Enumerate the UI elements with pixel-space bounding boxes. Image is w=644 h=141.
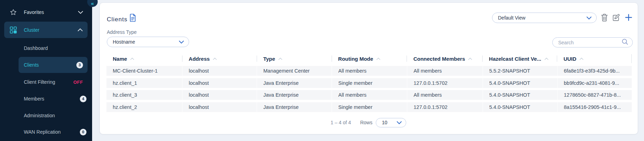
cell-routing-mode: Single member xyxy=(332,102,407,112)
collapse-icon: « xyxy=(91,1,94,6)
sort-chevron-icon xyxy=(130,58,134,60)
column-header-uuid[interactable]: UUID xyxy=(557,55,631,62)
rows-per-page-dropdown[interactable]: 10 xyxy=(376,118,406,127)
sort-chevron-icon xyxy=(545,58,548,60)
table-row[interactable]: hz.client_3 localhost Java Enterprise Al… xyxy=(106,90,632,100)
sidebar-item-clients[interactable]: Clients 3 xyxy=(19,57,88,73)
client-filtering-status: OFF xyxy=(74,80,83,85)
cell-version: 5.4.0-SNAPSHOT xyxy=(483,102,557,112)
sort-chevron-icon xyxy=(376,58,380,60)
search-box xyxy=(552,37,633,47)
cell-connected-members: All members xyxy=(407,90,483,100)
add-view-icon[interactable] xyxy=(624,13,633,22)
clients-label: Clients xyxy=(24,62,39,68)
cell-name: hz.client_1 xyxy=(106,78,182,88)
column-header-hazelcast-client-version[interactable]: Hazelcast Client Ve... xyxy=(482,55,557,62)
administration-label: Administration xyxy=(24,113,55,118)
sort-chevron-icon xyxy=(580,58,583,60)
cell-type: Java Enterprise xyxy=(257,90,332,100)
cell-routing-mode: Single member xyxy=(332,78,407,88)
address-type-label: Address Type xyxy=(107,29,137,35)
cell-address: localhost xyxy=(182,102,257,112)
cell-connected-members: All members xyxy=(407,66,483,76)
cell-version: 5.4.0-SNAPSHOT xyxy=(483,90,557,100)
address-type-dropdown[interactable]: Hostname xyxy=(107,37,189,47)
sidebar-item-client-filtering[interactable]: Client Filtering OFF xyxy=(0,74,92,90)
cell-address: localhost xyxy=(182,78,257,88)
cluster-grid-icon xyxy=(10,27,17,34)
cell-name: hz.client_2 xyxy=(106,102,182,112)
sidebar: « Favorites Cluster xyxy=(0,0,92,141)
sidebar-item-wan-replication[interactable]: WAN Replication 0 xyxy=(0,124,92,140)
dashboard-label: Dashboard xyxy=(24,45,48,51)
cell-name: hz.client_3 xyxy=(106,90,182,100)
clients-count-badge: 3 xyxy=(76,62,83,68)
sort-chevron-icon xyxy=(468,58,472,60)
cluster-label: Cluster xyxy=(24,27,39,33)
cell-uuid: 8a155416-2905-41c1-9... xyxy=(557,102,632,112)
wan-replication-label: WAN Replication xyxy=(24,129,61,135)
column-header-name[interactable]: Name xyxy=(106,55,182,62)
table-header-row: Name Address Type Routing Mode Connected… xyxy=(106,54,632,63)
table-row[interactable]: hz.client_2 localhost Java Enterprise Si… xyxy=(106,102,632,112)
sidebar-item-administration[interactable]: Administration xyxy=(0,108,92,123)
wan-count-badge: 0 xyxy=(80,129,86,135)
cell-uuid: bb9fcd9c-a231-4081-9... xyxy=(557,78,632,88)
table-row[interactable]: hz.client_1 localhost Java Enterprise Si… xyxy=(106,78,632,88)
app-screen: « Favorites Cluster xyxy=(0,0,644,141)
cell-connected-members: 127.0.0.1:5702 xyxy=(407,102,483,112)
view-selector-dropdown[interactable]: Default View xyxy=(492,13,597,23)
view-selector-value: Default View xyxy=(498,15,525,21)
client-filtering-label: Client Filtering xyxy=(24,79,55,85)
cell-connected-members: 127.0.0.1:5702 xyxy=(407,78,483,88)
cell-routing-mode: All members xyxy=(332,66,407,76)
members-count-badge: 4 xyxy=(80,96,86,102)
cell-type: Java Enterprise xyxy=(257,102,332,112)
page-title: Clients xyxy=(107,16,127,23)
pagination: 1 – 4 of 4 Rows 10 xyxy=(331,118,406,127)
rows-per-page-label: Rows xyxy=(360,120,372,125)
cell-version: 5.5.2-SNAPSHOT xyxy=(483,66,557,76)
column-header-routing-mode[interactable]: Routing Mode xyxy=(332,55,407,62)
cell-version: 5.4.0-SNAPSHOT xyxy=(483,78,557,88)
address-type-value: Hostname xyxy=(113,39,135,45)
sidebar-item-cluster[interactable]: Cluster xyxy=(4,22,88,38)
cell-routing-mode: All members xyxy=(332,90,407,100)
star-icon xyxy=(10,9,17,16)
cell-uuid: 1278650c-8827-471b-8... xyxy=(557,90,632,100)
cell-address: localhost xyxy=(182,66,257,76)
cell-uuid: 6fa8e1f3-e3f3-425d-9b... xyxy=(557,66,632,76)
column-header-connected-members[interactable]: Connected Members xyxy=(407,55,482,62)
cell-type: Java Enterprise xyxy=(257,78,332,88)
delete-view-icon[interactable] xyxy=(600,13,609,22)
chevron-down-icon xyxy=(179,39,184,45)
cell-name: MC-Client-Cluster-1 xyxy=(106,66,182,76)
document-icon[interactable] xyxy=(129,14,136,23)
chevron-up-icon xyxy=(78,28,83,31)
table-row[interactable]: MC-Client-Cluster-1 localhost Management… xyxy=(106,66,632,76)
rows-per-page-value: 10 xyxy=(382,120,387,125)
sidebar-item-favorites[interactable]: Favorites xyxy=(0,5,92,20)
favorites-label: Favorites xyxy=(24,9,44,15)
column-header-type[interactable]: Type xyxy=(257,55,332,62)
search-input[interactable] xyxy=(558,40,622,45)
members-label: Members xyxy=(24,96,44,102)
pagination-range: 1 – 4 of 4 xyxy=(331,120,351,125)
sort-chevron-icon xyxy=(213,58,217,60)
edit-view-icon[interactable] xyxy=(612,13,620,22)
chevron-down-icon xyxy=(78,11,83,14)
sort-chevron-icon xyxy=(278,58,282,60)
sidebar-item-members[interactable]: Members 4 xyxy=(0,91,92,106)
sidebar-item-dashboard[interactable]: Dashboard xyxy=(0,40,92,56)
chevron-down-icon xyxy=(587,15,591,21)
chevron-down-icon xyxy=(397,120,402,125)
clients-panel: Clients Default View xyxy=(99,2,638,134)
column-header-address[interactable]: Address xyxy=(182,55,257,62)
cell-address: localhost xyxy=(182,90,257,100)
search-icon[interactable] xyxy=(622,38,628,46)
cell-type: Management Center xyxy=(257,66,332,76)
